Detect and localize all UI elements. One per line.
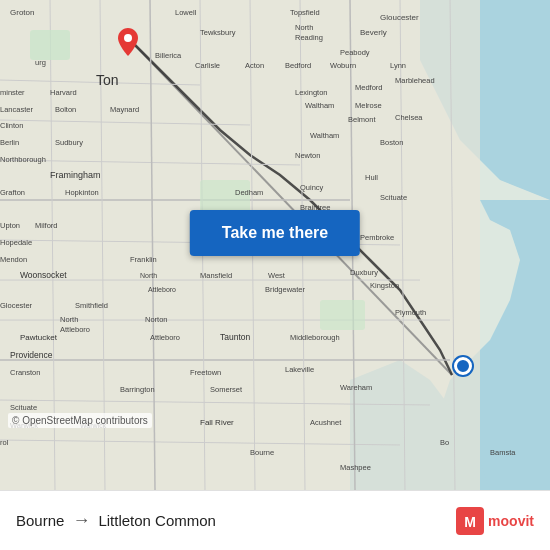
destination-pin	[118, 28, 138, 56]
svg-text:Bo: Bo	[440, 438, 449, 447]
svg-text:Somerset: Somerset	[210, 385, 243, 394]
svg-text:Glocester: Glocester	[0, 301, 33, 310]
svg-text:Lancaster: Lancaster	[0, 105, 33, 114]
from-label: Bourne	[16, 512, 64, 529]
svg-text:Marblehead: Marblehead	[395, 76, 435, 85]
svg-text:Acton: Acton	[245, 61, 264, 70]
svg-text:Grafton: Grafton	[0, 188, 25, 197]
svg-text:Pawtucket: Pawtucket	[20, 333, 58, 342]
svg-text:Waltham: Waltham	[305, 101, 334, 110]
svg-text:Hull: Hull	[365, 173, 378, 182]
svg-text:Hopkinton: Hopkinton	[65, 188, 99, 197]
svg-text:Scituate: Scituate	[10, 403, 37, 412]
svg-text:Attleboro: Attleboro	[148, 286, 176, 293]
map-attribution: © OpenStreetMap contributors	[8, 413, 152, 428]
svg-text:Dedham: Dedham	[235, 188, 263, 197]
map-container: Groton Lowell Topsfield Gloucester Tewks…	[0, 0, 550, 490]
svg-text:Berlin: Berlin	[0, 138, 19, 147]
svg-rect-24	[320, 300, 365, 330]
svg-text:Mashpee: Mashpee	[340, 463, 371, 472]
svg-text:Freetown: Freetown	[190, 368, 221, 377]
take-me-there-button[interactable]: Take me there	[190, 210, 360, 256]
svg-text:Tewksbury: Tewksbury	[200, 28, 236, 37]
svg-text:West: West	[268, 271, 286, 280]
svg-text:Franklin: Franklin	[130, 255, 157, 264]
svg-text:Bourne: Bourne	[250, 448, 274, 457]
svg-text:Reading: Reading	[295, 33, 323, 42]
svg-text:Lowell: Lowell	[175, 8, 197, 17]
svg-text:Woburn: Woburn	[330, 61, 356, 70]
svg-text:Plymouth: Plymouth	[395, 308, 426, 317]
svg-text:Beverly: Beverly	[360, 28, 387, 37]
svg-text:Attleboro: Attleboro	[60, 325, 90, 334]
svg-text:Hopedale: Hopedale	[0, 238, 32, 247]
svg-text:Milford: Milford	[35, 221, 58, 230]
svg-text:Mansfield: Mansfield	[200, 271, 232, 280]
svg-text:Framingham: Framingham	[50, 170, 101, 180]
svg-text:Woonsocket: Woonsocket	[20, 270, 67, 280]
moovit-text: moovit	[488, 513, 534, 529]
svg-text:Barrington: Barrington	[120, 385, 155, 394]
svg-text:Groton: Groton	[10, 8, 34, 17]
svg-text:Attleboro: Attleboro	[150, 333, 180, 342]
svg-text:urg: urg	[35, 58, 46, 67]
svg-text:North: North	[140, 272, 157, 279]
svg-text:Scituate: Scituate	[380, 193, 407, 202]
svg-text:Mendon: Mendon	[0, 255, 27, 264]
bottom-bar: Bourne → Littleton Common M moovit	[0, 490, 550, 550]
svg-text:Lakeville: Lakeville	[285, 365, 314, 374]
svg-text:Northborough: Northborough	[0, 155, 46, 164]
svg-text:Topsfield: Topsfield	[290, 8, 320, 17]
route-info: Bourne → Littleton Common	[16, 510, 456, 531]
svg-text:Acushnet: Acushnet	[310, 418, 342, 427]
svg-text:Taunton: Taunton	[220, 332, 251, 342]
svg-text:Belmont: Belmont	[348, 115, 376, 124]
moovit-logo: M moovit	[456, 507, 534, 535]
svg-text:Carlisle: Carlisle	[195, 61, 220, 70]
svg-text:Providence: Providence	[10, 350, 53, 360]
svg-text:Clinton: Clinton	[0, 121, 23, 130]
svg-text:Harvard: Harvard	[50, 88, 77, 97]
svg-text:Lexington: Lexington	[295, 88, 328, 97]
svg-text:Bridgewater: Bridgewater	[265, 285, 306, 294]
svg-text:Kingston: Kingston	[370, 281, 399, 290]
svg-text:Wareham: Wareham	[340, 383, 372, 392]
to-label: Littleton Common	[98, 512, 216, 529]
svg-text:Newton: Newton	[295, 151, 320, 160]
svg-text:Medford: Medford	[355, 83, 383, 92]
arrow-icon: →	[72, 510, 90, 531]
svg-text:Bolton: Bolton	[55, 105, 76, 114]
svg-text:Lynn: Lynn	[390, 61, 406, 70]
svg-text:Waltham: Waltham	[310, 131, 339, 140]
svg-text:Peabody: Peabody	[340, 48, 370, 57]
svg-text:M: M	[464, 514, 476, 530]
svg-text:Maynard: Maynard	[110, 105, 139, 114]
svg-text:Quincy: Quincy	[300, 183, 324, 192]
svg-text:North: North	[60, 315, 78, 324]
svg-text:minster: minster	[0, 88, 25, 97]
svg-text:Smithfield: Smithfield	[75, 301, 108, 310]
svg-text:Middleborough: Middleborough	[290, 333, 340, 342]
svg-text:Boston: Boston	[380, 138, 403, 147]
svg-text:Gloucester: Gloucester	[380, 13, 419, 22]
svg-text:Bamsta: Bamsta	[490, 448, 516, 457]
moovit-icon: M	[456, 507, 484, 535]
svg-text:Fall River: Fall River	[200, 418, 234, 427]
svg-text:Upton: Upton	[0, 221, 20, 230]
origin-pin	[454, 357, 472, 375]
svg-text:Pembroke: Pembroke	[360, 233, 394, 242]
svg-text:rol: rol	[0, 438, 9, 447]
svg-point-113	[124, 34, 132, 42]
svg-text:Ton: Ton	[96, 72, 119, 88]
svg-text:North: North	[295, 23, 313, 32]
svg-text:Chelsea: Chelsea	[395, 113, 423, 122]
svg-text:Duxbury: Duxbury	[350, 268, 378, 277]
svg-text:Bedford: Bedford	[285, 61, 311, 70]
svg-rect-22	[30, 30, 70, 60]
svg-text:Norton: Norton	[145, 315, 168, 324]
svg-text:Cranston: Cranston	[10, 368, 40, 377]
svg-text:Melrose: Melrose	[355, 101, 382, 110]
svg-text:Billerica: Billerica	[155, 51, 182, 60]
svg-text:Sudbury: Sudbury	[55, 138, 83, 147]
